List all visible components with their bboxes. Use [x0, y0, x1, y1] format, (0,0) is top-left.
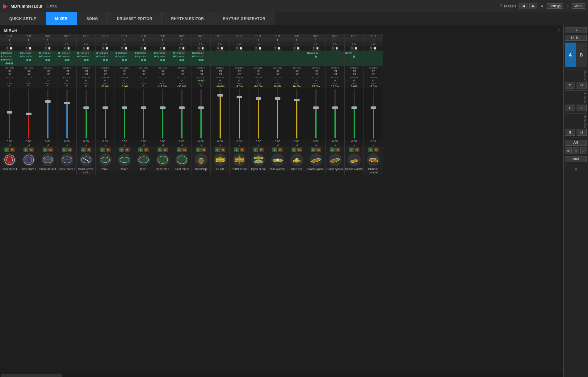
fader-knob[interactable]: ◢	[211, 143, 229, 147]
channel-pan-val[interactable]: 10.0%	[268, 85, 287, 88]
channel-sends-val-2[interactable]: -inf	[191, 72, 210, 76]
channel-pitch-val[interactable]: 0	[211, 79, 229, 82]
solo-button[interactable]: S	[253, 147, 258, 152]
channel-sends-val-1[interactable]: -inf	[0, 69, 19, 72]
drum-icon-img[interactable]	[22, 153, 35, 166]
solo-button[interactable]: S	[330, 147, 335, 152]
fx-trash-icon[interactable]: 🗑	[274, 47, 277, 50]
fx-copy-icon[interactable]: 📋	[278, 47, 281, 50]
drum-icon-img[interactable]	[329, 153, 342, 166]
ab-button[interactable]: A/B	[565, 140, 587, 146]
fx-copy-icon[interactable]: 📋	[163, 47, 166, 50]
solo-button[interactable]: S	[292, 147, 296, 152]
plugin-toggle[interactable]	[103, 59, 105, 61]
plugin-toggle[interactable]	[144, 59, 146, 61]
channel-sends-val-1[interactable]: -inf	[249, 69, 268, 72]
channel-out-num[interactable]: 1	[19, 39, 38, 42]
channel-pitch-val[interactable]: 0	[364, 79, 383, 82]
fader-knob[interactable]: ◢	[364, 143, 383, 147]
channel-sends-val-2[interactable]: -inf	[19, 72, 38, 76]
fader-db-value[interactable]: 0.00	[96, 140, 115, 143]
fx-trash-icon[interactable]: 🗑	[159, 47, 162, 50]
fx-copy-icon[interactable]: 📋	[144, 47, 147, 50]
fader-track[interactable]	[296, 89, 297, 139]
mute-button[interactable]: M	[163, 147, 168, 152]
channel-pan-val[interactable]: C	[38, 85, 57, 88]
fader-track[interactable]	[143, 89, 144, 139]
fader-db-value[interactable]: 0.00	[191, 140, 210, 143]
grid-icon[interactable]: ⊞	[573, 147, 579, 154]
fader-handle[interactable]	[122, 106, 127, 109]
channel-sends-val-2[interactable]: -inf	[96, 72, 115, 76]
plugin-toggle[interactable]	[353, 56, 355, 58]
fader-handle[interactable]	[83, 106, 89, 109]
plugin-toggle[interactable]	[122, 59, 124, 61]
channel-sends-val-2[interactable]: -inf	[77, 72, 95, 76]
fader-db-value[interactable]: 0.00	[230, 140, 249, 143]
cmd-icon[interactable]: ⌘	[565, 147, 572, 154]
solo-button[interactable]: S	[272, 147, 277, 152]
expand-icon[interactable]: ↔	[580, 147, 587, 154]
plugin-toggle[interactable]	[8, 62, 10, 64]
plugin-toggle[interactable]	[6, 62, 8, 64]
fader-track[interactable]	[220, 89, 221, 139]
channel-sends-val-1[interactable]: -inf	[326, 69, 344, 72]
b-button[interactable]: B	[576, 43, 587, 67]
channel-pitch-val[interactable]: +6.00	[191, 79, 210, 82]
channel-sends-val-1[interactable]: -inf	[306, 69, 325, 72]
solo-button[interactable]: S	[138, 147, 143, 152]
channel-pan-val[interactable]: C	[191, 85, 210, 88]
fader-knob[interactable]: ◢	[96, 143, 115, 147]
channel-sends-val-2[interactable]: -inf	[134, 72, 153, 76]
fx-copy-icon[interactable]: 📋	[373, 47, 376, 50]
plugin-toggle[interactable]	[48, 59, 50, 61]
mute-button[interactable]: M	[67, 147, 72, 152]
channel-sends-val-1[interactable]: -inf	[230, 69, 249, 72]
drum-icon-img[interactable]	[80, 153, 93, 166]
fader-handle[interactable]	[294, 99, 300, 101]
drum-icon-img[interactable]	[41, 153, 54, 166]
mute-button[interactable]: M	[259, 147, 264, 152]
fx-trash-icon[interactable]: 🗑	[217, 47, 219, 50]
plugin-toggle[interactable]	[65, 59, 67, 61]
fader-db-value[interactable]: 0.00	[268, 140, 287, 143]
fx-trash-icon[interactable]: 🗑	[370, 47, 372, 50]
fader-track[interactable]	[9, 89, 10, 139]
fader-knob[interactable]: ◢	[77, 143, 95, 147]
channel-sends-val-1[interactable]: -inf	[172, 69, 191, 72]
channel-sends-val-2[interactable]: -inf	[153, 72, 172, 76]
fx-trash-icon[interactable]: 🗑	[140, 47, 143, 50]
solo-button[interactable]: S	[62, 147, 67, 152]
channel-out-num[interactable]: 1	[115, 39, 134, 42]
fader-handle[interactable]	[141, 106, 146, 109]
channel-sends-val-1[interactable]: -inf	[345, 69, 363, 72]
fx-trash-icon[interactable]: 🗑	[44, 47, 47, 50]
channel-sends-val-1[interactable]: -inf	[115, 69, 134, 72]
channel-sends-val-1[interactable]: -inf	[38, 69, 57, 72]
fx-trash-icon[interactable]: 🗑	[83, 47, 85, 50]
channel-pitch-val[interactable]: 0	[115, 79, 134, 82]
drum-icon-img[interactable]	[271, 153, 284, 166]
solo-button[interactable]: S	[23, 147, 28, 152]
channel-pan-val[interactable]: -9.0%	[230, 85, 249, 88]
fader-db-value[interactable]: 0.00	[345, 140, 363, 143]
fader-handle[interactable]	[45, 100, 51, 103]
drum-icon-img[interactable]	[195, 153, 208, 166]
fx-trash-icon[interactable]: 🗑	[255, 47, 258, 50]
channel-out-num[interactable]: 1	[172, 39, 191, 42]
fx-copy-icon[interactable]: 📋	[297, 47, 300, 50]
channel-pan-val[interactable]: C	[57, 85, 76, 88]
plugin-toggle[interactable]	[182, 59, 184, 61]
fx-copy-icon[interactable]: 📋	[239, 47, 242, 50]
channel-pan-val[interactable]: -35.0%	[172, 85, 191, 88]
fader-track[interactable]	[47, 89, 48, 139]
channel-pan-val[interactable]: C	[77, 85, 95, 88]
mute-button[interactable]: M	[240, 147, 245, 152]
channel-sends-val-1[interactable]: -inf	[191, 69, 210, 72]
channel-pan-val[interactable]: C	[19, 85, 38, 88]
fx-trash-icon[interactable]: 🗑	[198, 47, 200, 50]
fader-knob[interactable]: ◢	[115, 143, 134, 147]
midi-button[interactable]: MIDI	[565, 156, 587, 162]
mute-button[interactable]: M	[29, 147, 34, 152]
plugin-toggle[interactable]	[201, 59, 204, 61]
